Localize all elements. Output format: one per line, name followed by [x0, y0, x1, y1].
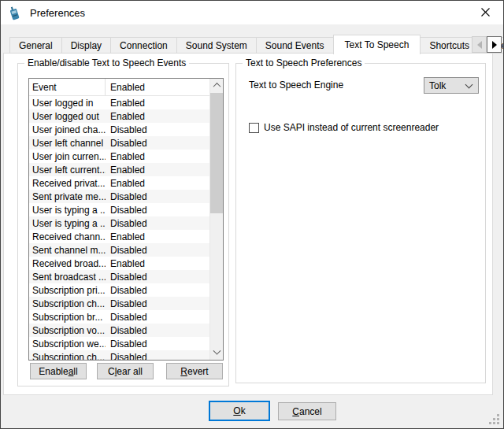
tab-strip: GeneralDisplayConnectionSound SystemSoun… [9, 36, 504, 54]
event-cell: Sent private me... [29, 191, 106, 202]
enabled-cell: Enabled [106, 178, 145, 189]
event-cell: User left channel [29, 138, 106, 149]
list-row[interactable]: Subscription ch...Disabled [29, 297, 209, 310]
enabled-cell: Enabled [106, 165, 145, 176]
list-row[interactable]: User joined cha...Disabled [29, 123, 209, 136]
event-cell: Received broad... [29, 258, 106, 269]
enabled-cell: Disabled [106, 245, 147, 256]
list-row[interactable]: Subscription vo...Disabled [29, 324, 209, 337]
sapi-checkbox-label[interactable]: Use SAPI instead of current screenreader [264, 122, 439, 133]
list-row[interactable]: Sent channel m...Disabled [29, 243, 209, 257]
list-row[interactable]: User logged inEnabled [29, 96, 209, 109]
enabled-cell: Disabled [106, 191, 147, 202]
tab-sound-events[interactable]: Sound Events [256, 37, 334, 54]
enabled-cell: Enabled [106, 98, 145, 109]
list-row[interactable]: User left channelDisabled [29, 136, 209, 150]
list-row[interactable]: Received privat...Enabled [29, 176, 209, 190]
tts-events-group-title: Enable/disable Text to Speech Events [24, 57, 189, 68]
list-row[interactable]: Sent broadcast ...Disabled [29, 270, 209, 283]
list-row[interactable]: Received broad...Enabled [29, 257, 209, 270]
revert-button[interactable]: Revert [166, 363, 223, 379]
event-cell: Subscription we... [29, 338, 106, 349]
list-scrollbar[interactable] [209, 79, 223, 360]
tab-page: Enable/disable Text to Speech Events Eve… [3, 53, 493, 395]
list-row[interactable]: Subscription pri...Disabled [29, 283, 209, 297]
chevron-up-icon [213, 83, 221, 91]
tab-shortcuts[interactable]: Shortcuts [420, 37, 479, 54]
event-cell: Subscription pri... [29, 285, 106, 296]
list-header: Event Enabled [29, 79, 209, 96]
engine-value: Tolk [424, 80, 466, 91]
tab-connection[interactable]: Connection [110, 37, 177, 54]
tts-events-group: Enable/disable Text to Speech Events Eve… [17, 63, 229, 386]
tab-display[interactable]: Display [61, 37, 111, 54]
close-button[interactable] [469, 1, 502, 24]
enabled-cell: Disabled [106, 272, 147, 283]
engine-select[interactable]: Tolk [424, 77, 479, 94]
window-title: Preferences [30, 7, 85, 19]
enabled-cell: Disabled [106, 205, 147, 216]
list-row[interactable]: User logged outEnabled [29, 109, 209, 123]
event-cell: User left current... [29, 165, 106, 176]
tab-sound-system[interactable]: Sound System [176, 37, 257, 54]
close-icon [481, 8, 490, 17]
event-cell: User joined cha... [29, 124, 106, 135]
title-bar: Preferences [1, 1, 503, 24]
event-cell: Received chann... [29, 231, 106, 242]
column-header-event[interactable]: Event [29, 79, 106, 95]
enabled-cell: Disabled [106, 124, 147, 135]
event-cell: User join curren... [29, 151, 106, 162]
event-cell: User is typing a ... [29, 205, 106, 216]
enable-all-button[interactable]: Enable all [30, 363, 87, 379]
cancel-button[interactable]: Cancel [278, 402, 336, 420]
enabled-cell: Disabled [106, 312, 147, 323]
event-cell: Sent channel m... [29, 245, 106, 256]
list-row[interactable]: User is typing a ...Disabled [29, 203, 209, 216]
chevron-down-icon [213, 347, 221, 355]
enabled-cell: Enabled [106, 258, 145, 269]
left-arrow-icon [477, 41, 482, 49]
resize-grip[interactable] [489, 414, 499, 424]
chevron-down-icon [465, 80, 473, 88]
tab-scroll-left-button [472, 36, 487, 53]
column-header-enabled[interactable]: Enabled [106, 82, 209, 93]
enabled-cell: Disabled [106, 298, 147, 309]
preferences-window: Preferences GeneralDisplayConnectionSoun… [0, 0, 504, 429]
list-row[interactable]: User is typing a ...Disabled [29, 216, 209, 230]
tab-scroll-buttons [472, 36, 502, 53]
enabled-cell: Disabled [106, 285, 147, 296]
enabled-cell: Disabled [106, 325, 147, 336]
grip-dots-icon [489, 414, 499, 424]
event-cell: User is typing a ... [29, 218, 106, 229]
tts-events-list: Event Enabled User logged inEnabledUser … [28, 78, 224, 361]
list-row[interactable]: User join curren...Enabled [29, 150, 209, 163]
enabled-cell: Enabled [106, 111, 145, 122]
event-cell: Subscription ch... [29, 298, 106, 309]
scroll-down-button[interactable] [210, 346, 224, 360]
right-arrow-icon [492, 41, 497, 49]
tts-preferences-group: Text to Speech Preferences Text to Speec… [235, 63, 486, 383]
ok-button[interactable]: Ok [209, 401, 270, 421]
event-cell: Received privat... [29, 178, 106, 189]
app-icon [9, 6, 22, 20]
enabled-cell: Disabled [106, 138, 147, 149]
sapi-checkbox[interactable] [249, 123, 259, 133]
sapi-checkbox-row: Use SAPI instead of current screenreader [249, 122, 439, 133]
list-row[interactable]: Received chann...Enabled [29, 230, 209, 243]
scrollbar-thumb[interactable] [210, 93, 224, 213]
tab-text-to-speech[interactable]: Text To Speech [333, 35, 421, 54]
event-cell: Subscription br... [29, 312, 106, 323]
list-row[interactable]: User left current...Enabled [29, 163, 209, 176]
list-row[interactable]: Subscription we...Disabled [29, 337, 209, 350]
tab-scroll-right-button[interactable] [487, 36, 502, 53]
tab-general[interactable]: General [9, 37, 62, 54]
enabled-cell: Disabled [106, 218, 147, 229]
scroll-up-button[interactable] [210, 79, 224, 92]
list-row[interactable]: Sent private me...Disabled [29, 190, 209, 203]
enabled-cell: Disabled [106, 338, 147, 349]
clear-all-button[interactable]: Clear all [97, 363, 154, 379]
list-row[interactable]: Subscription ch...Disabled [29, 350, 209, 360]
list-row[interactable]: Subscription br...Disabled [29, 310, 209, 324]
enabled-cell: Enabled [106, 231, 145, 242]
engine-label: Text to Speech Engine [249, 80, 343, 91]
